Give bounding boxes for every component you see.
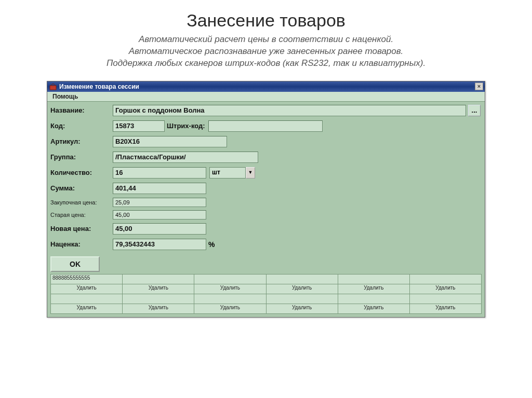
delete-button[interactable]: Удалить <box>410 284 482 294</box>
grid-data-row <box>50 294 482 304</box>
grid-cell[interactable] <box>267 294 338 304</box>
chevron-down-icon[interactable]: ▼ <box>246 167 255 179</box>
name-label: Название: <box>50 106 113 114</box>
grid-cell[interactable] <box>338 275 410 284</box>
oldprice-input[interactable] <box>113 210 206 219</box>
markup-unit: % <box>208 240 215 249</box>
svg-rect-0 <box>50 86 56 90</box>
delete-button[interactable]: Удалить <box>267 284 338 294</box>
delete-button[interactable]: Удалить <box>267 304 338 313</box>
app-icon <box>49 83 57 90</box>
delete-button[interactable]: Удалить <box>50 284 123 294</box>
menubar: Помощь <box>47 92 485 102</box>
delete-button[interactable]: Удалить <box>338 284 410 294</box>
titlebar: Изменение товара сессии × <box>47 81 485 92</box>
window-title: Изменение товара сессии <box>59 83 139 90</box>
name-input[interactable] <box>113 105 466 116</box>
grid-cell[interactable] <box>410 275 482 284</box>
group-label: Группа: <box>50 153 113 161</box>
grid-cell[interactable]: 8888855555555 <box>50 275 123 284</box>
code-label: Код: <box>50 122 113 130</box>
slide-sub-1: Автоматический расчет цены в соответстви… <box>21 34 511 46</box>
code-input[interactable] <box>113 120 165 132</box>
grid-cell[interactable] <box>123 294 194 304</box>
browse-button[interactable]: ... <box>468 105 481 116</box>
ok-button[interactable]: OK <box>50 256 100 272</box>
markup-input[interactable] <box>113 239 206 250</box>
grid-cell[interactable] <box>267 275 338 284</box>
slide-sub-3: Поддержка любых сканеров штрих-кодов (ка… <box>21 58 511 70</box>
grid-area: 8888855555555 Удалить Удалить Удалить Уд… <box>50 274 482 314</box>
menu-help[interactable]: Помощь <box>49 92 81 101</box>
delete-button[interactable]: Удалить <box>194 304 266 313</box>
group-input[interactable] <box>113 152 258 163</box>
dialog-window: Изменение товара сессии × Помощь Названи… <box>47 81 485 318</box>
grid-cell[interactable] <box>50 294 123 304</box>
close-button[interactable]: × <box>475 83 483 90</box>
delete-button[interactable]: Удалить <box>194 284 266 294</box>
grid-cell[interactable] <box>123 275 194 284</box>
oldprice-label: Старая цена: <box>50 212 113 218</box>
delete-button[interactable]: Удалить <box>123 304 194 313</box>
qty-label: Количество: <box>50 169 113 176</box>
barcode-label: Штрих-код: <box>167 122 205 130</box>
grid-action-row: Удалить Удалить Удалить Удалить Удалить … <box>50 304 482 314</box>
grid-data-row: 8888855555555 <box>50 274 482 284</box>
sum-input[interactable] <box>113 183 206 194</box>
grid-cell[interactable] <box>338 294 410 304</box>
form-area: Название: ... Код: Штрих-код: Артикул: Г… <box>47 102 485 317</box>
slide-title: Занесение товаров <box>21 10 511 31</box>
delete-button[interactable]: Удалить <box>338 304 410 313</box>
unit-value: шт <box>209 167 246 179</box>
sku-input[interactable] <box>113 136 227 147</box>
delete-button[interactable]: Удалить <box>410 304 482 313</box>
barcode-input[interactable] <box>208 120 323 132</box>
newprice-label: Новая цена: <box>50 225 113 232</box>
delete-button[interactable]: Удалить <box>123 284 194 294</box>
newprice-input[interactable] <box>113 223 206 235</box>
grid-cell[interactable] <box>410 294 482 304</box>
sku-label: Артикул: <box>50 138 113 145</box>
qty-input[interactable] <box>113 167 206 179</box>
grid-cell[interactable] <box>194 294 266 304</box>
slide-sub-2: Автоматическое распознавание уже занесен… <box>21 46 511 58</box>
delete-button[interactable]: Удалить <box>50 304 123 313</box>
sum-label: Сумма: <box>50 184 113 192</box>
markup-label: Наценка: <box>50 240 113 248</box>
grid-action-row: Удалить Удалить Удалить Удалить Удалить … <box>50 284 482 294</box>
unit-combo[interactable]: шт ▼ <box>209 167 255 179</box>
purchase-input[interactable] <box>113 198 206 207</box>
grid-cell[interactable] <box>194 275 266 284</box>
purchase-label: Закупочная цена: <box>50 199 113 205</box>
